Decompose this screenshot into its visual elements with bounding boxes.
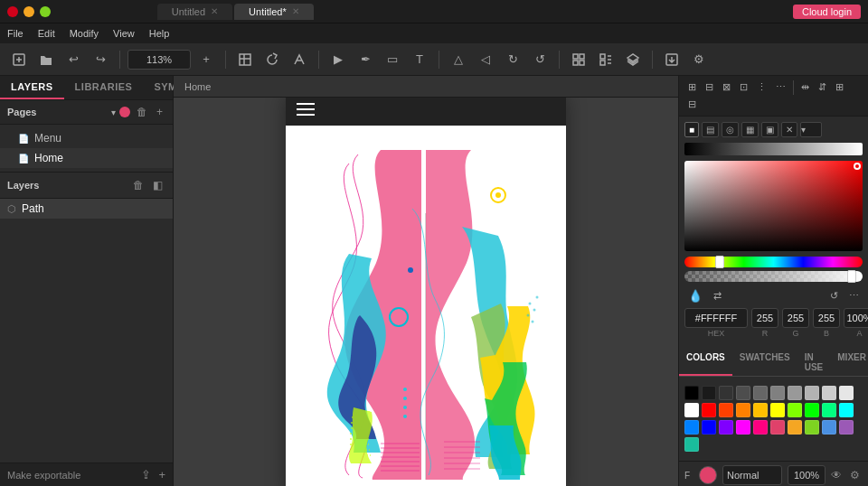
fill-visibility-button[interactable]: 👁 (831, 469, 842, 481)
swatch[interactable] (839, 386, 854, 400)
mirror-button[interactable] (288, 48, 311, 71)
swatch[interactable] (805, 403, 819, 417)
redo-button[interactable]: ↪ (89, 48, 112, 71)
swatch[interactable] (702, 403, 716, 417)
fill-radial-button[interactable]: ◎ (722, 122, 739, 137)
swatch[interactable] (822, 386, 836, 400)
rect-button[interactable]: ▭ (381, 48, 404, 71)
hex-input[interactable] (684, 308, 748, 328)
swatch[interactable] (753, 403, 768, 417)
swatch[interactable] (684, 437, 699, 452)
dist-v-button[interactable]: ⇵ (815, 79, 830, 95)
export-icon-button[interactable]: ⇪ (141, 468, 151, 481)
tab-in-use[interactable]: IN USE (797, 349, 831, 376)
undo-button[interactable]: ↩ (61, 48, 85, 71)
fill-opacity-input[interactable] (788, 465, 826, 485)
color-picker-square[interactable] (684, 161, 863, 251)
new-button[interactable] (7, 48, 31, 71)
fill-image-button[interactable]: ▣ (761, 122, 778, 137)
align-right-button[interactable]: ⊠ (719, 79, 734, 95)
minimize-button[interactable] (24, 6, 34, 17)
close-button[interactable] (7, 6, 18, 17)
copy-button[interactable]: ⋯ (845, 288, 863, 304)
flip-button[interactable]: ↻ (501, 48, 524, 71)
swatch[interactable] (702, 386, 716, 400)
align-bottom-button[interactable]: ⋯ (772, 79, 789, 95)
fill-mode-select[interactable]: Normal Multiply Screen (722, 465, 782, 485)
g-input[interactable] (782, 308, 809, 328)
add-export-button[interactable]: + (158, 468, 165, 481)
swatch[interactable] (839, 420, 854, 435)
resize-button[interactable] (233, 48, 257, 71)
menu-edit[interactable]: Edit (38, 28, 55, 39)
swatch[interactable] (719, 420, 733, 435)
swatch[interactable] (684, 386, 699, 400)
opacity-slider[interactable] (684, 271, 863, 282)
reload-button[interactable]: ↺ (528, 48, 552, 71)
swatch[interactable] (788, 403, 802, 417)
settings-button[interactable]: ⚙ (687, 48, 711, 71)
title-tab-untitled[interactable]: Untitled ✕ (157, 4, 232, 20)
page-item-menu[interactable]: 📄 Menu (0, 128, 173, 148)
swatch[interactable] (805, 420, 819, 435)
swatch[interactable] (770, 403, 785, 417)
maximize-button[interactable] (40, 6, 51, 17)
swatch[interactable] (736, 420, 750, 435)
layers-delete-button[interactable]: 🗑 (130, 178, 146, 192)
fill-none-button[interactable]: ✕ (781, 122, 797, 137)
tab-swatches[interactable]: SWATCHES (732, 349, 797, 376)
menu-file[interactable]: File (7, 28, 24, 39)
layers-mask-button[interactable]: ◧ (150, 178, 165, 192)
dist-h-button[interactable]: ⇹ (797, 79, 813, 95)
swatch[interactable] (788, 386, 802, 400)
swatch[interactable] (753, 420, 768, 435)
swatch[interactable] (822, 403, 836, 417)
tab-close-icon[interactable]: ✕ (292, 6, 299, 16)
page-item-home[interactable]: 📄 Home (0, 148, 173, 168)
swatch[interactable] (822, 420, 836, 435)
swatch[interactable] (788, 420, 802, 435)
layer-item-path[interactable]: ⬡ Path (0, 199, 173, 219)
rotate-button[interactable] (260, 48, 284, 71)
swatch[interactable] (736, 403, 750, 417)
back-button[interactable]: ◁ (474, 48, 497, 71)
tab-layers[interactable]: LAYERS (0, 76, 64, 99)
tab-libraries[interactable]: LIBRARIES (64, 76, 144, 99)
swatch[interactable] (805, 386, 819, 400)
open-button[interactable] (34, 48, 58, 71)
align-top-button[interactable]: ⊡ (736, 79, 751, 95)
pen-button[interactable]: ✒ (354, 48, 377, 71)
group-button[interactable]: ⊞ (832, 79, 847, 95)
layers-button[interactable] (621, 48, 645, 71)
play-button[interactable]: ▶ (326, 48, 350, 71)
swatch[interactable] (753, 386, 768, 400)
menu-modify[interactable]: Modify (70, 28, 99, 39)
swatch[interactable] (770, 420, 785, 435)
hamburger-icon[interactable] (297, 103, 315, 116)
zoom-more-button[interactable]: + (194, 48, 218, 71)
tab-mixer[interactable]: MIXER (830, 349, 868, 376)
triangle-button[interactable]: △ (447, 48, 470, 71)
fill-solid-button[interactable]: ■ (684, 122, 699, 137)
alpha-input[interactable] (844, 308, 868, 328)
swatch[interactable] (770, 386, 785, 400)
swatch[interactable] (719, 386, 733, 400)
ungroup-button[interactable]: ⊟ (684, 97, 700, 112)
swatch[interactable] (736, 386, 750, 400)
hue-slider[interactable] (684, 257, 863, 267)
fill-pattern-button[interactable]: ▦ (741, 122, 759, 137)
menu-view[interactable]: View (113, 28, 135, 39)
tab-colors[interactable]: COLORS (679, 349, 732, 376)
text-button[interactable]: T (408, 48, 431, 71)
align-left-button[interactable]: ⊞ (684, 79, 700, 95)
menu-help[interactable]: Help (149, 28, 170, 39)
swatch[interactable] (684, 403, 699, 417)
fill-mode-select[interactable]: ▾ (800, 122, 822, 137)
swatch[interactable] (839, 403, 854, 417)
components-button[interactable] (594, 48, 618, 71)
fill-color-swatch[interactable] (699, 466, 717, 484)
align-center-h-button[interactable]: ⊟ (702, 79, 717, 95)
swap-button[interactable]: ⇄ (710, 288, 725, 304)
title-tab-untitled-active[interactable]: Untitled* ✕ (234, 4, 314, 20)
swatch[interactable] (684, 420, 699, 435)
